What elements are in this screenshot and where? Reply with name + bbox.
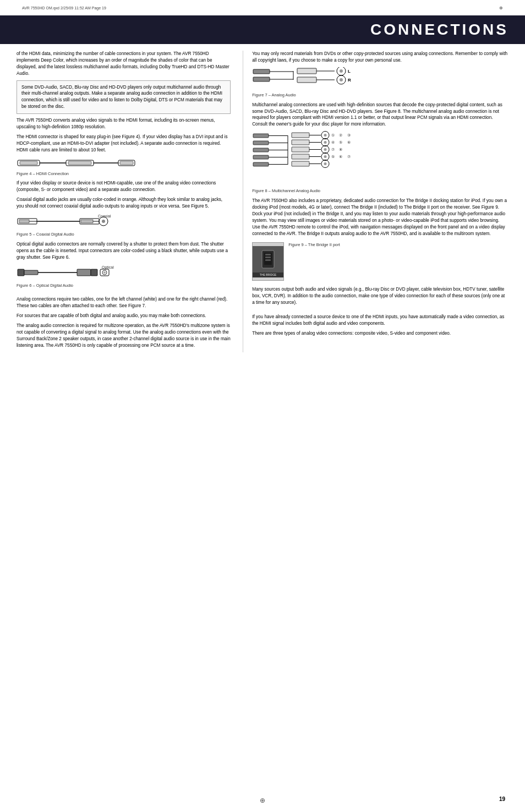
- fig9-caption: Figure 9 – The Bridge II port: [288, 240, 508, 248]
- fig5-caption: Figure 5 – Coaxial Digital Audio: [17, 232, 231, 238]
- bridge-port-img: THE BRIDGE: [252, 242, 284, 281]
- crop-marks: AVR 7550HD OM.qxd 2/25/09 11:52 AM Page …: [0, 0, 525, 15]
- left-para-2: The AVR 7550HD converts analog video sig…: [17, 117, 231, 130]
- svg-rect-1: [20, 161, 37, 165]
- svg-point-68: [324, 148, 327, 151]
- page-header: CONNECTIONS: [0, 15, 525, 44]
- crosshair-bottom: ⊕: [260, 797, 265, 804]
- svg-rect-46: [253, 162, 269, 166]
- fig7-caption: Figure 7 – Analog Audio: [252, 92, 508, 99]
- optical-diagram: Optical: [17, 264, 138, 281]
- bridge-connector-icon: [258, 248, 278, 270]
- svg-rect-87: [265, 257, 271, 258]
- svg-text:R: R: [348, 78, 351, 83]
- right-para-1: You may only record materials from DVDs …: [252, 51, 508, 64]
- svg-text:⑦: ⑦: [347, 155, 351, 159]
- svg-point-40: [340, 78, 343, 81]
- left-para-7: Analog connections require two cables, o…: [17, 296, 231, 309]
- coaxial-diagram: Coaxial: [17, 213, 138, 230]
- svg-text:⑥: ⑥: [339, 155, 342, 159]
- svg-text:⑧: ⑧: [339, 148, 342, 151]
- svg-point-72: [324, 162, 327, 165]
- svg-rect-53: [292, 133, 309, 138]
- fig4-caption: Figure 4 – HDMI Connection: [17, 171, 231, 177]
- svg-text:③: ③: [347, 133, 351, 137]
- svg-rect-32: [297, 68, 316, 74]
- svg-text:②: ②: [339, 133, 342, 137]
- svg-rect-57: [292, 161, 309, 166]
- svg-text:⑤: ⑤: [339, 140, 342, 144]
- svg-point-35: [340, 69, 343, 73]
- crosshair-top: ⊕: [499, 6, 503, 10]
- svg-rect-22: [91, 269, 97, 276]
- right-para-3: The AVR 7550HD also includes a proprieta…: [252, 198, 508, 237]
- svg-text:⑦: ⑦: [331, 148, 335, 151]
- svg-rect-19: [24, 270, 38, 275]
- hdmi-diagram: [17, 157, 138, 169]
- right-para-4: Many sources output both audio and video…: [252, 286, 508, 306]
- svg-rect-43: [253, 141, 269, 145]
- callout-box: Some DVD-Audio, SACD, Blu-ray Disc and H…: [17, 80, 231, 115]
- svg-text:L: L: [348, 69, 351, 74]
- right-para-6: There are three types of analog video co…: [252, 330, 508, 337]
- svg-rect-14: [81, 220, 93, 223]
- svg-rect-44: [253, 148, 269, 152]
- figure-5: Coaxial: [17, 213, 231, 230]
- svg-point-17: [102, 220, 105, 223]
- svg-text:①: ①: [331, 133, 335, 137]
- svg-rect-27: [253, 69, 270, 74]
- bridge-label: THE BRIDGE: [253, 273, 283, 277]
- bridge-image: THE BRIDGE: [252, 240, 284, 283]
- page-number: 19: [499, 796, 505, 802]
- svg-rect-86: [265, 254, 271, 255]
- analog-audio-diagram: L R: [252, 67, 406, 90]
- svg-point-64: [324, 134, 327, 137]
- svg-rect-21: [77, 269, 91, 276]
- fig8-caption: Figure 8 – Multichannel Analog Audio: [252, 188, 508, 194]
- right-column: You may only record materials from DVDs …: [245, 51, 508, 352]
- fig6-caption: Figure 6 – Optical Digital Audio: [17, 283, 231, 289]
- figure-4: [17, 157, 231, 169]
- figure-7: L R: [252, 67, 508, 90]
- svg-rect-4: [68, 161, 91, 165]
- left-para-8: For sources that are capable of both dig…: [17, 313, 231, 319]
- left-para-6: Optical digital audio connectors are nor…: [17, 241, 231, 261]
- multichannel-diagram: ① ② ③ ④ ⑤ ⑥ ⑦ ⑧ ⑤ ⑥ ⑦: [252, 131, 406, 186]
- left-para-3: The HDMI connector is shaped for easy pl…: [17, 134, 231, 154]
- svg-text:Coaxial: Coaxial: [98, 214, 111, 218]
- main-content: of the HDMI data, minimizing the number …: [0, 44, 525, 359]
- right-para-2: Multichannel analog connections are used…: [252, 102, 508, 128]
- svg-rect-37: [297, 77, 316, 83]
- svg-rect-56: [292, 154, 309, 159]
- svg-rect-55: [292, 147, 309, 152]
- svg-rect-45: [253, 155, 269, 159]
- figure-9-row: THE BRIDGE Figure 9 – The Bridge II port: [252, 240, 508, 283]
- svg-rect-54: [292, 140, 309, 145]
- svg-text:④: ④: [331, 140, 335, 144]
- left-para-4: If your video display or source device i…: [17, 180, 231, 193]
- right-para-5: If you have already connected a source d…: [252, 314, 508, 327]
- svg-rect-7: [120, 161, 133, 165]
- callout-text: Some DVD-Audio, SACD, Blu-ray Disc and H…: [21, 85, 222, 110]
- svg-rect-88: [265, 259, 271, 261]
- svg-point-26: [103, 271, 106, 274]
- figure-8: ① ② ③ ④ ⑤ ⑥ ⑦ ⑧ ⑤ ⑥ ⑦: [252, 131, 508, 186]
- crop-text: AVR 7550HD OM.qxd 2/25/09 11:52 AM Page …: [22, 6, 106, 10]
- svg-rect-29: [253, 77, 270, 81]
- left-para-5: Coaxial digital audio jacks are usually …: [17, 197, 231, 210]
- figure-6: Optical: [17, 264, 231, 281]
- svg-point-70: [324, 155, 327, 158]
- svg-rect-18: [18, 269, 24, 276]
- svg-rect-9: [19, 220, 29, 223]
- svg-text:⑥: ⑥: [347, 140, 351, 144]
- svg-point-66: [324, 141, 327, 144]
- left-para-9: The analog audio connection is required …: [17, 323, 231, 349]
- svg-rect-42: [253, 134, 269, 138]
- svg-text:⑤: ⑤: [331, 155, 335, 159]
- left-para-1: of the HDMI data, minimizing the number …: [17, 51, 231, 77]
- section-title: CONNECTIONS: [370, 21, 508, 39]
- column-divider: [243, 51, 243, 352]
- left-column: of the HDMI data, minimizing the number …: [17, 51, 240, 352]
